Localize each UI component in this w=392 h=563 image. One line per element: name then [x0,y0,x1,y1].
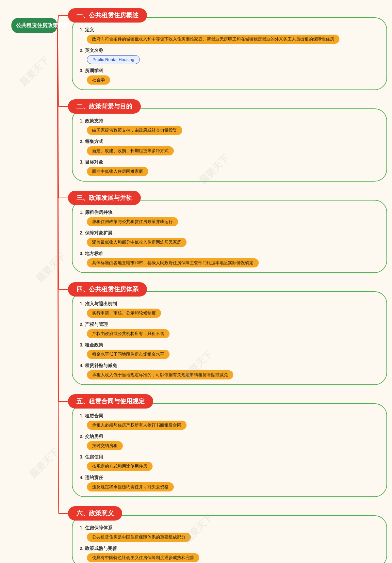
section-3: 三、政策发展与并轨 1. 廉租住房并轨 廉租住房政策与公共租赁住房政策并轨运行 … [59,191,387,273]
section-4-item-2-detail: 产权由政府或公共机构所有，只租不售 [80,329,379,338]
section-4-item-1: 1. 准入与退出机制 实行申请、审核、公示和轮候制度 [80,301,379,318]
section-5-items: 1. 租赁合同 承租人必须与住房产权所有人签订书面租赁合同 2. 交纳房租 按时… [72,403,387,497]
section-6-item-1-pill: 公共租赁住房是中国住房保障体系的重要组成部分 [87,533,191,542]
section-4-item-4: 4. 租赁补贴与减免 承租人收入低于当地规定标准的，可以依据有关规定申请租赁补贴… [80,363,379,379]
section-5-item-4-pill: 违反规定将承担违约责任并可能失去资格 [87,482,174,491]
section-4-item-4-detail: 承租人收入低于当地规定标准的，可以依据有关规定申请租赁补贴或减免 [80,370,379,379]
section-6-connector-line [59,513,68,514]
section-5-item-2-detail: 按时交纳房租 [80,441,379,450]
section-3-header: 三、政策发展与并轨 [68,191,141,205]
section-4-item-3-detail: 租金水平低于同地段住房市场租金水平 [80,350,379,359]
section-6-item-2-title: 2. 政策成熟与完善 [80,546,379,552]
section-2-item-3-detail: 面向中低收入住房困难家庭 [80,167,379,176]
section-5-item-3-detail: 按规定的方式和用途使用住房 [80,462,379,471]
section-3-item-2-title: 2. 保障对象扩展 [80,230,379,236]
section-6-items: 1. 住房保障体系 公共租赁住房是中国住房保障体系的重要组成部分 2. 政策成熟… [72,515,387,563]
section-4-item-3: 3. 租金政策 租金水平低于同地段住房市场租金水平 [80,342,379,359]
section-3-item-1: 1. 廉租住房并轨 廉租住房政策与公共租赁住房政策并轨运行 [80,210,379,226]
section-2-item-2-detail: 新建、改建、收购、长期租赁等多种方式 [80,146,379,155]
section-3-item-2-detail: 涵盖最低收入和部分中低收入住房困难居民家庭 [80,238,379,247]
section-4-item-1-detail: 实行申请、审核、公示和轮候制度 [80,309,379,318]
section-5: 五、租赁合同与使用规定 1. 租赁合同 承租人必须与住房产权所有人签订书面租赁合… [59,394,387,497]
section-2-item-1-pill: 由国家提供政策支持，由政府或社会力量投资 [87,126,182,135]
section-3-item-2-pill: 涵盖最低收入和部分中低收入住房困难居民家庭 [87,238,187,247]
section-2-item-2: 2. 筹集方式 新建、改建、收购、长期租赁等多种方式 [80,139,379,155]
section-1-item-3-pill: 社会学 [87,75,110,85]
section-5-item-2-pill: 按时交纳房租 [87,441,123,450]
section-2-item-3-pill: 面向中低收入住房困难家庭 [87,167,148,176]
section-6: 六、政策意义 1. 住房保障体系 公共租赁住房是中国住房保障体系的重要组成部分 … [59,506,387,563]
section-1-item-2-title: 2. 英文名称 [80,48,379,54]
section-1-items: 1. 定义 政府向符合条件的城镇低收入和中等偏下收入住房困难家庭、新就业无房职工… [72,17,387,90]
right-column: 一、公共租赁住房概述 1. 定义 政府向符合条件的城镇低收入和中等偏下收入住房困… [59,8,387,563]
section-5-item-4-detail: 违反规定将承担违约责任并可能失去资格 [80,482,379,491]
section-6-item-1-detail: 公共租赁住房是中国住房保障体系的重要组成部分 [80,533,379,542]
section-5-item-2-title: 2. 交纳房租 [80,434,379,440]
section-1-item-1-pill: 政府向符合条件的城镇低收入和中等偏下收入住房困难家庭、新就业无房职工和在城镇稳定… [87,35,339,44]
section-2-item-1-title: 1. 政策支持 [80,118,379,124]
left-column: 公共租赁住房政策解析 [5,8,59,15]
section-4-item-2: 2. 产权与管理 产权由政府或公共机构所有，只租不售 [80,322,379,338]
section-4-item-2-title: 2. 产权与管理 [80,322,379,328]
section-2-header: 二、政策背景与目的 [68,99,141,114]
section-3-item-3-detail: 具体标准由各地直辖市和市、县级人民政府住房保障主管部门根据本地区实际情况确定 [80,258,379,267]
section-6-header: 六、政策意义 [68,506,122,521]
section-1-item-2: 2. 英文名称 Public Rental Housing [80,48,379,64]
section-5-item-4: 4. 违约责任 违反规定将承担违约责任并可能失去资格 [80,475,379,491]
section-6-item-2-detail: 使具有中国特色社会主义住房保障制度逐步成熟和完善 [80,553,379,562]
section-5-item-3-pill: 按规定的方式和用途使用住房 [87,462,153,471]
section-4-items: 1. 准入与退出机制 实行申请、审核、公示和轮候制度 2. 产权与管理 产权由政… [72,291,387,385]
section-4-item-4-title: 4. 租赁补贴与减免 [80,363,379,369]
section-5-item-1: 1. 租赁合同 承租人必须与住房产权所有人签订书面租赁合同 [80,413,379,430]
section-4-item-4-pill: 承租人收入低于当地规定标准的，可以依据有关规定申请租赁补贴或减免 [87,370,233,379]
section-5-item-1-title: 1. 租赁合同 [80,413,379,419]
section-4-header: 四、公共租赁住房体系 [68,282,147,297]
section-5-item-1-detail: 承租人必须与住房产权所有人签订书面租赁合同 [80,421,379,430]
section-2-item-2-pill: 新建、改建、收购、长期租赁等多种方式 [87,146,174,155]
section-1-connector-line [59,15,68,16]
section-5-item-2: 2. 交纳房租 按时交纳房租 [80,434,379,450]
section-1-item-1-title: 1. 定义 [80,27,379,33]
section-2-items: 1. 政策支持 由国家提供政策支持，由政府或社会力量投资 2. 筹集方式 新建、… [72,108,387,182]
main-layout: 公共租赁住房政策解析 一、公共租赁住房概述 1. 定义 政府向符合条件的城镇低收… [0,0,392,563]
section-1-item-2-pill: Public Rental Housing [87,55,140,64]
section-2-item-1: 1. 政策支持 由国家提供政策支持，由政府或社会力量投资 [80,118,379,135]
section-1-item-1-detail: 政府向符合条件的城镇低收入和中等偏下收入住房困难家庭、新就业无房职工和在城镇稳定… [80,35,379,44]
section-2-item-1-detail: 由国家提供政策支持，由政府或社会力量投资 [80,126,379,135]
section-1-item-3-title: 3. 所属学科 [80,68,379,74]
section-3-item-1-pill: 廉租住房政策与公共租赁住房政策并轨运行 [87,217,178,226]
section-3-connector-line [59,198,68,199]
section-6-item-2: 2. 政策成熟与完善 使具有中国特色社会主义住房保障制度逐步成熟和完善 [80,546,379,562]
page-background: 题要天下 题要天下 题要天下 题要天下 题要天下 题要天下 公共租赁住房政策解析… [0,0,392,563]
section-5-item-4-title: 4. 违约责任 [80,475,379,481]
section-2-item-2-title: 2. 筹集方式 [80,139,379,145]
section-5-item-3-title: 3. 住房使用 [80,454,379,460]
section-3-item-1-title: 1. 廉租住房并轨 [80,210,379,216]
section-1-header: 一、公共租赁住房概述 [68,8,147,23]
section-6-item-1: 1. 住房保障体系 公共租赁住房是中国住房保障体系的重要组成部分 [80,525,379,542]
section-2-item-3-title: 3. 目标对象 [80,159,379,165]
section-2: 二、政策背景与目的 1. 政策支持 由国家提供政策支持，由政府或社会力量投资 2… [59,99,387,182]
section-3-item-2: 2. 保障对象扩展 涵盖最低收入和部分中低收入住房困难居民家庭 [80,230,379,247]
section-1: 一、公共租赁住房概述 1. 定义 政府向符合条件的城镇低收入和中等偏下收入住房困… [59,8,387,90]
section-1-item-3: 3. 所属学科 社会学 [80,68,379,85]
section-3-item-3: 3. 地方标准 具体标准由各地直辖市和市、县级人民政府住房保障主管部门根据本地区… [80,251,379,267]
section-5-item-3: 3. 住房使用 按规定的方式和用途使用住房 [80,454,379,471]
section-1-item-1: 1. 定义 政府向符合条件的城镇低收入和中等偏下收入住房困难家庭、新就业无房职工… [80,27,379,44]
section-4-item-1-pill: 实行申请、审核、公示和轮候制度 [87,309,161,318]
section-6-item-1-title: 1. 住房保障体系 [80,525,379,531]
section-4-item-3-pill: 租金水平低于同地段住房市场租金水平 [87,350,170,359]
section-2-connector-line [59,106,68,107]
section-5-item-1-pill: 承租人必须与住房产权所有人签订书面租赁合同 [87,421,187,430]
section-5-connector-line [59,401,68,402]
section-6-item-2-pill: 使具有中国特色社会主义住房保障制度逐步成熟和完善 [87,553,199,562]
section-4-item-3-title: 3. 租金政策 [80,342,379,348]
section-1-item-2-detail: Public Rental Housing [80,55,379,64]
section-4-item-2-pill: 产权由政府或公共机构所有，只租不售 [87,329,170,338]
section-3-item-1-detail: 廉租住房政策与公共租赁住房政策并轨运行 [80,217,379,226]
section-5-header: 五、租赁合同与使用规定 [68,394,153,409]
section-3-items: 1. 廉租住房并轨 廉租住房政策与公共租赁住房政策并轨运行 2. 保障对象扩展 … [72,200,387,273]
root-node: 公共租赁住房政策解析 [11,18,57,33]
section-3-item-3-title: 3. 地方标准 [80,251,379,257]
section-4-item-1-title: 1. 准入与退出机制 [80,301,379,307]
